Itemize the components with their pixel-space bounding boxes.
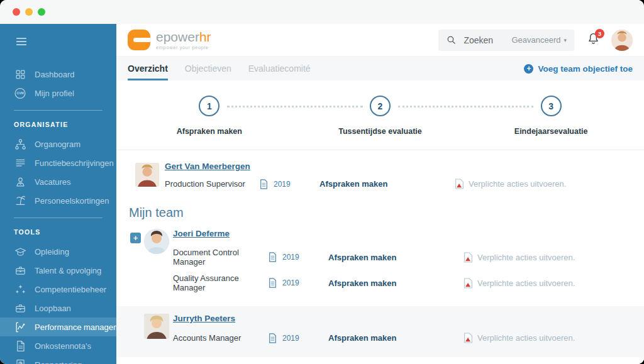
app-header: epowerhr empower your people Geavanceerd… [116,24,644,57]
sidebar-divider [14,218,103,218]
sidebar-item-label: Opleiding [35,247,69,256]
sidebar-item-dashboard[interactable]: Dashboard [0,65,116,84]
line-chart-icon [14,321,26,333]
required-actions-cell: Verplichte acties uitvoeren. [455,179,631,189]
add-team-objective-button[interactable]: + Voeg team objectief toe [524,64,633,74]
epowerhr-logo-icon [128,30,150,50]
sidebar-item-onkostennotas[interactable]: Onkostennota's [0,336,116,355]
sidebar-item-mijn-profiel[interactable]: GVM Mijn profiel [0,84,116,102]
person-icon [14,175,26,188]
sidebar-item-rapportering[interactable]: Rapportering [0,355,116,364]
my-evaluation-row: Gert Van Meerbergen Production Superviso… [116,150,644,193]
step-1-circle[interactable]: 1 [199,96,219,116]
hamburger-menu-icon[interactable] [14,35,29,50]
required-actions-cell: Verplichte acties uitvoeren. [464,329,631,347]
tab-overzicht[interactable]: Overzicht [128,57,168,80]
avatar [144,229,169,254]
sidebar: Dashboard GVM Mijn profiel ORGANISATIE O… [0,24,116,364]
required-actions-text: Verplichte acties uitvoeren. [469,179,566,189]
tab-bar: Overzicht Objectieven Evaluatiecomité + … [116,57,644,80]
evaluation-status-link[interactable]: Afspraken maken [328,330,464,346]
sidebar-section-organisatie: ORGANISATIE [0,118,116,135]
evaluation-year-cell: 2019 [269,275,328,292]
person-role: Production Supervisor [165,179,260,189]
person-name-link[interactable]: Joeri Deferme [173,228,631,245]
evaluation-year: 2019 [282,279,299,287]
sidebar-section-tools: TOOLS [0,226,116,242]
org-chart-icon [14,138,26,150]
stepper-step-3: 3 Eindejaarsevaluatie [465,96,636,136]
tab-objectieven[interactable]: Objectieven [185,57,231,80]
step-2-circle[interactable]: 2 [370,96,391,116]
document-icon[interactable] [269,278,277,288]
sidebar-item-label: Dashboard [35,70,75,79]
profile-badge-icon: GVM [14,87,26,99]
document-icon[interactable] [260,179,268,189]
person-name-link[interactable]: Gert Van Meerbergen [165,160,631,179]
sidebar-item-vacatures[interactable]: Vacatures [0,172,116,191]
expand-member-button[interactable]: + [130,233,141,243]
sidebar-item-opleiding[interactable]: Opleiding [0,242,116,261]
svg-text:GVM: GVM [16,91,24,95]
sidebar-item-talent-opvolging[interactable]: Talent & opvolging [0,261,116,280]
sidebar-item-label: Organogram [35,140,80,149]
sidebar-item-personeelskortingen[interactable]: Personeelskortingen [0,191,116,210]
person-name-link[interactable]: Jurryth Peeters [173,312,631,329]
evaluation-year-cell: 2019 [269,249,328,266]
minimize-button[interactable] [25,8,33,16]
screen: Dashboard GVM Mijn profiel ORGANISATIE O… [0,0,644,364]
sidebar-item-organogram[interactable]: Organogram [0,135,116,153]
dashboard-icon [14,68,26,80]
evaluation-year-cell: 2019 [260,179,319,189]
sidebar-item-competentiebeheer[interactable]: Competentiebeheer [0,280,116,299]
notification-count-badge: 3 [595,29,604,38]
warning-document-icon [455,179,464,189]
step-3-circle[interactable]: 3 [541,96,562,116]
warning-document-icon [464,252,473,263]
zoom-button[interactable] [38,8,45,16]
required-actions-text: Verplichte acties uitvoeren. [477,253,575,262]
beach-icon [14,194,26,207]
advanced-search-dropdown[interactable]: Geavanceerd ▾ [511,35,567,45]
evaluation-stepper: 1 Afspraken maken 2 Tussentijdse evaluat… [116,96,644,136]
sidebar-item-performance-management[interactable]: Performance management [0,317,116,336]
app-window: Dashboard GVM Mijn profiel ORGANISATIE O… [0,0,644,364]
avatar [144,314,169,339]
sidebar-item-loopbaan[interactable]: Loopbaan [0,299,116,317]
report-icon [14,358,26,364]
required-actions-cell: Verplichte acties uitvoeren. [464,275,631,292]
step-2-label: Tussentijdse evaluatie [338,127,421,136]
close-button[interactable] [13,8,20,16]
sidebar-item-label: Competentiebeheer [35,285,106,294]
briefcase-icon [14,264,26,277]
sidebar-item-label: Performance management [35,323,116,332]
logo-text: epower [156,30,199,44]
document-icon [14,339,26,352]
evaluation-status-link[interactable]: Afspraken maken [319,179,455,189]
notifications-button[interactable]: 3 [587,32,600,48]
app-logo[interactable]: epowerhr empower your people [128,30,211,50]
graduation-cap-icon [14,245,26,258]
user-avatar[interactable] [611,30,633,51]
sidebar-item-functiebeschrijvingen[interactable]: Functiebeschrijvingen [0,153,116,172]
content-footer-space [116,357,644,364]
team-member-row: + Joeri Deferme Document Control Manager… [116,221,644,301]
evaluation-status-link[interactable]: Afspraken maken [328,275,464,292]
warning-document-icon [464,278,473,289]
sidebar-item-label: Loopbaan [35,304,71,313]
warning-document-icon [464,333,473,343]
document-icon[interactable] [269,333,277,343]
search-input[interactable] [462,35,508,46]
evaluation-year: 2019 [282,334,299,343]
evaluation-status-link[interactable]: Afspraken maken [328,250,464,266]
evaluation-year: 2019 [274,180,291,189]
sidebar-divider [14,110,103,111]
evaluation-year: 2019 [282,253,299,262]
main-content: 1 Afspraken maken 2 Tussentijdse evaluat… [116,80,644,364]
tab-evaluatiecomite[interactable]: Evaluatiecomité [248,57,311,80]
logo-text-accent: hr [199,30,211,44]
document-icon[interactable] [269,252,277,262]
person-role: Quality Assurance Manager [173,270,269,296]
window-titlebar [0,0,644,24]
chevron-down-icon: ▾ [564,37,567,43]
